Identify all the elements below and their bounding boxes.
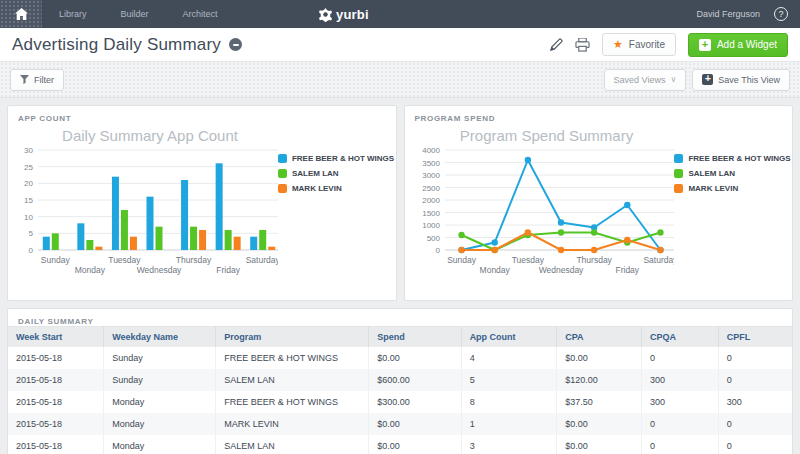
table-cell: $600.00 [369, 369, 462, 391]
svg-text:10: 10 [24, 213, 33, 222]
svg-text:1000: 1000 [422, 221, 440, 230]
column-header[interactable]: App Count [461, 327, 557, 348]
daily-summary-widget: DAILY SUMMARY Week StartWeekday NameProg… [7, 308, 793, 454]
table-cell: 2015-05-18 [8, 391, 104, 413]
saved-views-label: Saved Views [614, 75, 666, 85]
table-cell: 0 [718, 413, 792, 435]
column-header[interactable]: Program [216, 327, 369, 348]
table-cell: FREE BEER & HOT WINGS [216, 391, 369, 413]
legend-label: MARK LEVIN [292, 184, 342, 193]
column-header[interactable]: CPA [557, 327, 642, 348]
filter-label: Filter [34, 75, 54, 85]
table-row[interactable]: 2015-05-18SundayFREE BEER & HOT WINGS$0.… [8, 347, 792, 369]
svg-text:Saturday: Saturday [246, 255, 278, 265]
legend-swatch-icon [278, 169, 287, 178]
svg-text:Saturday: Saturday [643, 255, 674, 265]
svg-text:Sunday: Sunday [447, 255, 477, 265]
svg-text:Monday: Monday [479, 265, 510, 275]
add-widget-label: Add a Widget [717, 39, 777, 50]
dashboard-content: APP COUNT Daily Summary App Count 051015… [0, 98, 800, 454]
legend-swatch-icon [278, 184, 287, 193]
legend-item[interactable]: SALEM LAN [674, 169, 788, 178]
top-nav: Library Builder Architect yurbi David Fe… [0, 0, 800, 28]
collapse-icon[interactable] [229, 38, 242, 51]
svg-text:Monday: Monday [75, 265, 106, 275]
edit-button[interactable] [550, 38, 563, 51]
print-button[interactable] [575, 38, 590, 52]
svg-text:Thursday: Thursday [576, 255, 612, 265]
table-cell: Sunday [104, 369, 216, 391]
table-cell: SALEM LAN [216, 435, 369, 454]
chart-legend: FREE BEER & HOT WINGSSALEM LANMARK LEVIN [674, 144, 788, 276]
table-row[interactable]: 2015-05-18MondayFREE BEER & HOT WINGS$30… [8, 391, 792, 413]
chart-title: Program Spend Summary [413, 127, 681, 144]
logo-text: yurbi [336, 7, 369, 22]
svg-text:20: 20 [24, 179, 33, 188]
table-cell: 300 [641, 369, 718, 391]
save-view-plus-icon: + [702, 74, 713, 85]
filter-icon [20, 75, 29, 84]
nav-item-library[interactable]: Library [42, 0, 104, 28]
yurbi-logo[interactable]: yurbi [318, 0, 369, 28]
save-this-view-button[interactable]: + Save This View [692, 69, 790, 91]
table-cell: $0.00 [369, 347, 462, 369]
bar-chart-svg: 051015202530SundayMondayTuesdayWednesday… [16, 144, 278, 276]
legend-swatch-icon [674, 154, 683, 163]
svg-text:2500: 2500 [422, 184, 440, 193]
favorite-button[interactable]: ★ Favorite [602, 33, 676, 56]
table-row[interactable]: 2015-05-18MondayMARK LEVIN$0.001$0.0000 [8, 413, 792, 435]
nav-item-builder[interactable]: Builder [104, 0, 166, 28]
widget-label: APP COUNT [8, 106, 396, 123]
table-row[interactable]: 2015-05-18MondaySALEM LAN$0.003$0.0000 [8, 435, 792, 454]
page-title: Advertising Daily Summary [12, 35, 221, 55]
column-header[interactable]: Spend [369, 327, 462, 348]
saved-views-dropdown[interactable]: Saved Views ∨ [604, 69, 687, 91]
svg-text:Wednesday: Wednesday [137, 265, 182, 275]
yurbi-gear-icon [318, 7, 333, 22]
table-cell: 0 [641, 413, 718, 435]
legend-label: FREE BEER & HOT WINGS [292, 154, 394, 163]
svg-text:3000: 3000 [422, 171, 440, 180]
user-menu[interactable]: David Ferguson [696, 9, 760, 19]
table-cell: 8 [461, 391, 557, 413]
svg-text:5: 5 [29, 229, 34, 238]
nav-item-architect[interactable]: Architect [166, 0, 235, 28]
table-cell: Monday [104, 391, 216, 413]
table-cell: Monday [104, 413, 216, 435]
column-header[interactable]: CPFL [718, 327, 792, 348]
legend-item[interactable]: MARK LEVIN [278, 184, 392, 193]
table-cell: MARK LEVIN [216, 413, 369, 435]
table-cell: 0 [718, 347, 792, 369]
svg-text:Tuesday: Tuesday [511, 255, 544, 265]
table-cell: $0.00 [369, 435, 462, 454]
save-this-view-label: Save This View [718, 75, 780, 85]
table-cell: 2015-05-18 [8, 347, 104, 369]
legend-item[interactable]: SALEM LAN [278, 169, 392, 178]
svg-text:Wednesday: Wednesday [538, 265, 583, 275]
table-cell: 2015-05-18 [8, 413, 104, 435]
line-chart-svg: 05001000150020002500300035004000SundayMo… [413, 144, 675, 276]
legend-item[interactable]: MARK LEVIN [674, 184, 788, 193]
home-button[interactable] [0, 0, 42, 28]
plus-icon: + [699, 39, 711, 51]
svg-text:Thursday: Thursday [176, 255, 212, 265]
table-row[interactable]: 2015-05-18SundaySALEM LAN$600.005$120.00… [8, 369, 792, 391]
help-icon[interactable]: ? [774, 7, 788, 21]
svg-text:500: 500 [426, 234, 440, 243]
svg-text:0: 0 [29, 246, 34, 255]
add-widget-button[interactable]: + Add a Widget [688, 33, 788, 57]
daily-summary-table: Week StartWeekday NameProgramSpendApp Co… [8, 326, 792, 454]
column-header[interactable]: Week Start [8, 327, 104, 348]
column-header[interactable]: Weekday Name [104, 327, 216, 348]
svg-text:25: 25 [24, 163, 33, 172]
legend-label: SALEM LAN [688, 169, 735, 178]
table-cell: $37.50 [557, 391, 642, 413]
legend-item[interactable]: FREE BEER & HOT WINGS [674, 154, 788, 163]
legend-item[interactable]: FREE BEER & HOT WINGS [278, 154, 392, 163]
filter-button[interactable]: Filter [10, 69, 64, 91]
legend-label: FREE BEER & HOT WINGS [688, 154, 790, 163]
table-cell: $0.00 [557, 435, 642, 454]
table-cell: $0.00 [557, 413, 642, 435]
column-header[interactable]: CPQA [641, 327, 718, 348]
svg-text:Tuesday: Tuesday [108, 255, 141, 265]
